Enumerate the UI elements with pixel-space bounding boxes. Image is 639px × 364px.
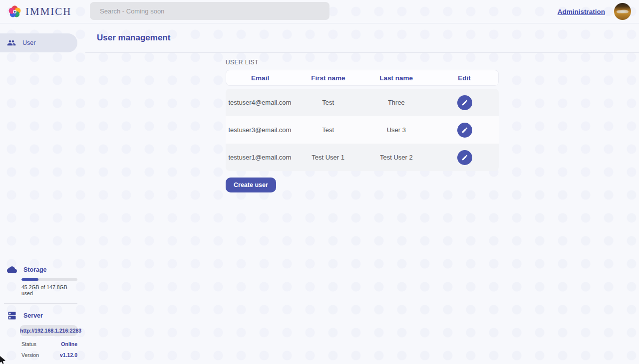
cell-last-name: Test User 2 xyxy=(362,154,431,161)
pencil-icon xyxy=(461,99,468,106)
edit-user-button[interactable] xyxy=(457,95,472,110)
storage-title: Storage xyxy=(23,266,47,273)
page-title: User management xyxy=(97,33,170,43)
cell-email: testuser1@email.com xyxy=(226,154,294,161)
title-bar: User management xyxy=(85,23,639,53)
main-panel: User management USER LIST Email First na… xyxy=(85,23,639,364)
column-first-name: First name xyxy=(294,74,362,82)
table-row: testuser1@email.com Test User 1 Test Use… xyxy=(226,144,499,171)
cell-last-name: User 3 xyxy=(362,126,431,134)
pencil-icon xyxy=(461,127,468,134)
column-edit: Edit xyxy=(430,74,498,82)
immich-flower-icon xyxy=(8,5,21,18)
cloud-icon xyxy=(7,265,17,275)
status-value: Online xyxy=(61,341,77,347)
server-widget: Server http://192.168.1.216:2283 Status … xyxy=(7,311,77,358)
users-icon xyxy=(7,38,16,47)
sidebar: User Storage 45.2GB of 147.8GB used xyxy=(0,23,85,364)
search-bar xyxy=(90,2,329,20)
cell-first-name: Test User 1 xyxy=(294,154,362,161)
cell-email: testuser3@email.com xyxy=(226,126,294,134)
storage-progress-bar xyxy=(21,278,77,281)
app-header: IMMICH Administration xyxy=(0,0,639,23)
column-email: Email xyxy=(226,74,294,82)
user-table-rows: testuser4@email.com Test Three testuser3… xyxy=(226,89,499,171)
sidebar-item-user[interactable]: User xyxy=(0,33,77,52)
immich-logo: IMMICH xyxy=(0,5,82,18)
storage-widget: Storage 45.2GB of 147.8GB used xyxy=(7,265,77,296)
status-label: Status xyxy=(21,341,36,347)
administration-link[interactable]: Administration xyxy=(558,8,605,15)
sidebar-item-label: User xyxy=(22,39,35,46)
app-title: IMMICH xyxy=(25,5,72,18)
sidebar-footer: Storage 45.2GB of 147.8GB used Server xyxy=(0,265,85,364)
storage-progress-fill xyxy=(21,278,38,281)
server-title: Server xyxy=(23,312,43,319)
sidebar-divider xyxy=(4,303,77,304)
table-row: testuser4@email.com Test Three xyxy=(226,89,499,116)
cell-first-name: Test xyxy=(294,99,362,106)
column-last-name: Last name xyxy=(362,74,430,82)
user-avatar[interactable] xyxy=(614,3,631,20)
cell-email: testuser4@email.com xyxy=(226,99,294,106)
server-status-row: Status Online xyxy=(21,341,77,347)
server-url-badge: http://192.168.1.216:2283 xyxy=(20,325,77,336)
pencil-icon xyxy=(461,154,468,161)
user-list-section: USER LIST Email First name Last name Edi… xyxy=(226,53,499,192)
header-right: Administration xyxy=(558,3,639,20)
create-user-button[interactable]: Create user xyxy=(226,178,276,192)
server-icon xyxy=(7,311,17,321)
version-value: v1.12.0 xyxy=(60,352,77,358)
user-table-header: Email First name Last name Edit xyxy=(226,70,499,86)
search-input[interactable] xyxy=(90,2,329,20)
section-label: USER LIST xyxy=(226,59,499,66)
storage-usage-text: 45.2GB of 147.8GB used xyxy=(21,284,77,296)
edit-user-button[interactable] xyxy=(457,150,472,165)
version-label: Version xyxy=(21,352,39,358)
table-row: testuser3@email.com Test User 3 xyxy=(226,116,499,144)
edit-user-button[interactable] xyxy=(457,123,472,138)
cell-first-name: Test xyxy=(294,126,362,134)
server-version-row: Version v1.12.0 xyxy=(21,352,77,358)
cell-last-name: Three xyxy=(362,99,431,106)
